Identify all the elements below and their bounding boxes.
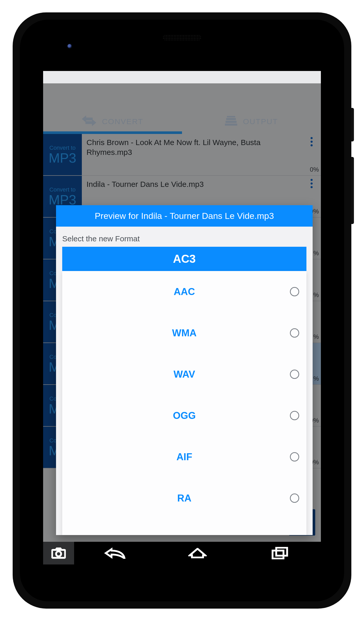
power-button bbox=[351, 108, 354, 141]
format-option-aac[interactable]: AAC bbox=[62, 271, 306, 312]
earpiece bbox=[163, 35, 201, 40]
option-label: OGG bbox=[173, 410, 196, 421]
format-options: AAC WMA WAV OGG bbox=[62, 271, 306, 535]
navigation-bar bbox=[43, 542, 321, 564]
format-option-ra[interactable]: RA bbox=[62, 477, 306, 519]
format-option-aif[interactable]: AIF bbox=[62, 436, 306, 477]
front-camera bbox=[67, 44, 72, 49]
volume-rocker bbox=[351, 157, 354, 224]
option-label: RA bbox=[177, 493, 192, 504]
recents-button[interactable] bbox=[239, 547, 321, 559]
radio-icon bbox=[290, 370, 299, 379]
screen: 06:41 Audiator Converter bbox=[43, 71, 321, 564]
radio-icon bbox=[290, 493, 299, 503]
option-label: AIF bbox=[176, 451, 192, 463]
radio-icon bbox=[290, 287, 299, 296]
format-dialog: Preview for Indila - Tourner Dans Le Vid… bbox=[56, 205, 313, 535]
format-option-ogg[interactable]: OGG bbox=[62, 395, 306, 436]
back-button[interactable] bbox=[74, 547, 156, 559]
option-label: WAV bbox=[173, 369, 195, 380]
format-option-wma[interactable]: WMA bbox=[62, 312, 306, 354]
svg-rect-7 bbox=[276, 548, 287, 556]
radio-icon bbox=[290, 452, 299, 461]
camera-shortcut[interactable] bbox=[43, 542, 74, 564]
option-label: WMA bbox=[172, 328, 197, 339]
dialog-title: Preview for Indila - Tourner Dans Le Vid… bbox=[56, 205, 313, 227]
home-button[interactable] bbox=[156, 548, 239, 558]
option-label: AAC bbox=[174, 286, 195, 297]
svg-point-5 bbox=[56, 551, 61, 556]
selected-format[interactable]: AC3 bbox=[62, 247, 306, 271]
radio-icon bbox=[290, 328, 299, 338]
dialog-subtitle: Select the new Format bbox=[56, 227, 313, 247]
svg-rect-6 bbox=[272, 551, 283, 559]
format-option-wav[interactable]: WAV bbox=[62, 354, 306, 395]
radio-icon bbox=[290, 411, 299, 420]
